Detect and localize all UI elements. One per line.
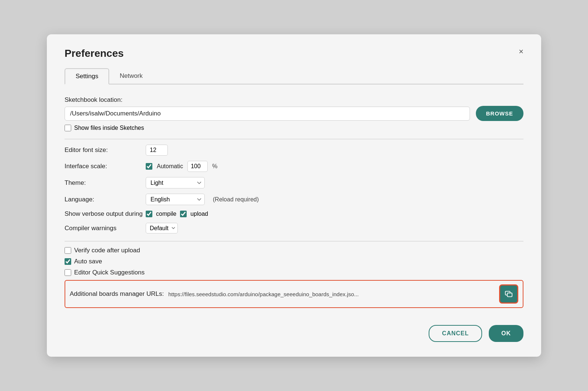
language-row: Language: English French German Spanish … (65, 194, 523, 205)
scale-input[interactable] (187, 161, 208, 172)
divider-1 (65, 139, 523, 139)
verbose-value: compile upload (146, 211, 208, 217)
show-files-row: Show files inside Sketches (65, 125, 523, 131)
close-button[interactable]: × (516, 46, 526, 57)
open-boards-manager-icon (505, 290, 513, 298)
boards-manager-icon-button[interactable] (499, 284, 518, 304)
editor-quick-suggestions-checkbox[interactable] (65, 269, 71, 276)
language-value: English French German Spanish (Reload re… (146, 194, 259, 205)
cancel-button[interactable]: CANCEL (429, 325, 482, 342)
theme-label: Theme: (65, 179, 146, 187)
interface-scale-row: Interface scale: Automatic % (65, 161, 523, 172)
font-size-label: Editor font size: (65, 146, 146, 154)
interface-scale-label: Interface scale: (65, 163, 146, 170)
compiler-warnings-row: Compiler warnings Default None All (65, 223, 523, 233)
font-size-value (146, 145, 168, 156)
auto-save-label: Auto save (74, 258, 102, 265)
sketchbook-path-input[interactable] (65, 107, 470, 121)
editor-quick-suggestions-label: Editor Quick Suggestions (74, 269, 145, 276)
settings-form: Sketchbook location: BROWSE Show files i… (65, 96, 523, 313)
dialog-footer: CANCEL OK (65, 325, 523, 342)
language-select[interactable]: English French German Spanish (146, 194, 205, 205)
compiler-warnings-label: Compiler warnings (65, 225, 146, 232)
language-label: Language: (65, 196, 146, 203)
show-files-label: Show files inside Sketches (74, 125, 144, 131)
browse-button[interactable]: BROWSE (476, 106, 524, 121)
tabs-container: Settings Network (65, 68, 523, 84)
auto-save-row: Auto save (65, 258, 523, 265)
verbose-row: Show verbose output during compile uploa… (65, 210, 523, 218)
dialog-title: Preferences (65, 48, 523, 59)
verify-code-label: Verify code after upload (74, 247, 140, 254)
upload-label: upload (190, 211, 208, 217)
font-size-input[interactable] (146, 145, 168, 156)
verify-code-checkbox[interactable] (65, 247, 71, 254)
automatic-checkbox[interactable] (146, 163, 152, 170)
tab-settings[interactable]: Settings (65, 68, 109, 84)
divider-2 (65, 241, 523, 242)
theme-row: Theme: Light Dark (65, 177, 523, 188)
boards-manager-url-input[interactable] (168, 291, 495, 297)
sketchbook-location-label: Sketchbook location: (65, 96, 523, 104)
automatic-label: Automatic (157, 163, 183, 170)
auto-save-checkbox[interactable] (65, 258, 71, 265)
verify-code-row: Verify code after upload (65, 247, 523, 254)
svg-rect-1 (507, 293, 512, 297)
preferences-dialog: Preferences × Settings Network Sketchboo… (47, 34, 541, 357)
theme-select[interactable]: Light Dark (146, 177, 205, 188)
upload-checkbox[interactable] (180, 211, 187, 217)
boards-manager-label: Additional boards manager URLs: (70, 290, 164, 298)
verbose-label: Show verbose output during (65, 210, 146, 218)
compile-label: compile (156, 211, 176, 217)
editor-quick-suggestions-row: Editor Quick Suggestions (65, 269, 523, 276)
ok-button[interactable]: OK (489, 325, 523, 342)
boards-manager-row: Additional boards manager URLs: (65, 280, 523, 308)
compiler-warnings-value: Default None All (146, 223, 178, 233)
compile-checkbox[interactable] (146, 211, 152, 217)
compiler-warnings-select[interactable]: Default None All (146, 223, 178, 233)
theme-value: Light Dark (146, 177, 205, 188)
percent-label: % (212, 163, 217, 170)
tab-network[interactable]: Network (109, 68, 153, 84)
sketchbook-row: BROWSE (65, 106, 523, 121)
show-files-checkbox[interactable] (65, 125, 71, 131)
font-size-row: Editor font size: (65, 145, 523, 156)
interface-scale-value: Automatic % (146, 161, 217, 172)
reload-required-label: (Reload required) (213, 196, 259, 203)
